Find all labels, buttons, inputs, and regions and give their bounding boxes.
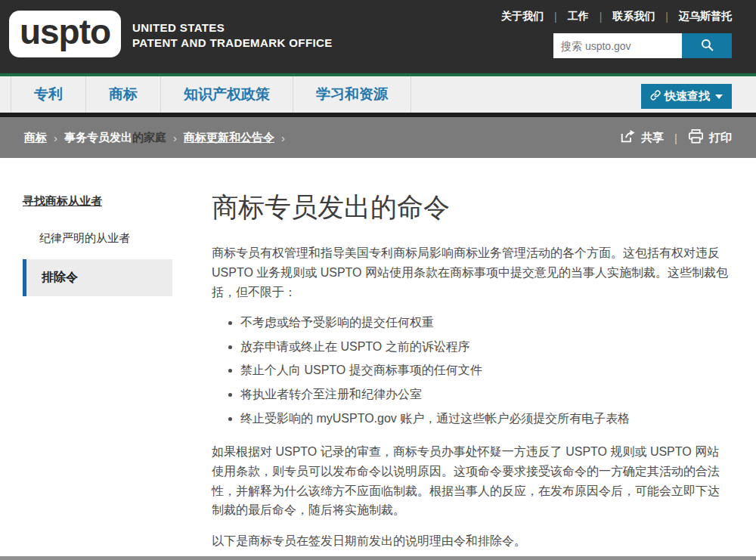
search-input[interactable] bbox=[553, 33, 682, 58]
breadcrumb-updates-announcements[interactable]: 商标更新和公告令 bbox=[184, 131, 274, 145]
utility-link-about[interactable]: 关于我们 bbox=[501, 10, 544, 23]
footer-strip bbox=[0, 556, 756, 560]
breadcrumb-bar: 商标 › 事务专员发出的家庭 › 商标更新和公告令 › 共享 | bbox=[0, 117, 756, 158]
sidebar-item-disciplined-practitioners[interactable]: 纪律严明的从业者 bbox=[39, 231, 204, 246]
print-button[interactable]: 打印 bbox=[688, 129, 732, 146]
agency-line1: UNITED STATES bbox=[132, 20, 333, 36]
share-icon bbox=[620, 129, 636, 146]
sidebar: 寻找商标从业者 纪律严明的从业者 排除令 bbox=[0, 158, 204, 296]
nav-item-patents[interactable]: 专利 bbox=[11, 76, 86, 113]
utility-separator: | bbox=[600, 11, 603, 23]
list-item: 放弃申请或终止在 USPTO 之前的诉讼程序 bbox=[240, 338, 730, 357]
utility-link-jobs[interactable]: 工作 bbox=[568, 10, 589, 23]
utility-link-myuspto[interactable]: 迈乌斯普托 bbox=[679, 10, 732, 23]
link-icon bbox=[650, 90, 661, 103]
breadcrumb-text-light: 事务专员发出 bbox=[64, 131, 132, 144]
quick-find-label: 快速查找 bbox=[665, 89, 710, 104]
search-icon bbox=[700, 38, 714, 54]
breadcrumb-trademarks[interactable]: 商标 bbox=[24, 131, 47, 145]
nav-item-learning-resources[interactable]: 学习和资源 bbox=[293, 76, 411, 113]
main-area: 寻找商标从业者 纪律严明的从业者 排除令 商标专员发出的命令 商标专员有权管理和… bbox=[0, 158, 756, 560]
search-button[interactable] bbox=[682, 33, 732, 58]
list-item: 不考虑或给予受影响的提交任何权重 bbox=[240, 314, 730, 333]
intro-paragraph: 商标专员有权管理和指导美国专利商标局影响商标业务管理活动的各个方面。这包括有权对… bbox=[212, 243, 730, 302]
breadcrumb-separator: › bbox=[54, 131, 57, 144]
share-label: 共享 bbox=[641, 131, 664, 145]
list-item: 将执业者转介至注册和纪律办公室 bbox=[240, 385, 730, 404]
primary-nav: 专利 商标 知识产权政策 学习和资源 快速查找 bbox=[0, 76, 756, 117]
sidebar-item-find-practitioner[interactable]: 寻找商标从业者 bbox=[23, 194, 204, 209]
uspto-logo-text: uspto bbox=[20, 14, 110, 54]
print-icon bbox=[688, 129, 704, 146]
uspto-logo[interactable]: uspto bbox=[9, 11, 121, 57]
actions-separator: | bbox=[674, 131, 677, 144]
print-label: 打印 bbox=[709, 131, 732, 145]
page: uspto UNITED STATES PATENT AND TRADEMARK… bbox=[0, 0, 756, 560]
site-search bbox=[553, 33, 732, 58]
quick-find-button[interactable]: 快速查找 bbox=[641, 84, 732, 109]
agency-line2: PATENT AND TRADEMARK OFFICE bbox=[132, 36, 333, 51]
list-item: 终止受影响的 myUSPTO.gov 账户，通过这些帐户必须提交所有电子表格 bbox=[240, 410, 730, 429]
utility-separator: | bbox=[665, 11, 668, 23]
site-header: uspto UNITED STATES PATENT AND TRADEMARK… bbox=[0, 0, 756, 73]
utility-nav: 关于我们 | 工作 | 联系我们 | 迈乌斯普托 bbox=[501, 10, 732, 23]
breadcrumb: 商标 › 事务专员发出的家庭 › 商标更新和公告令 › bbox=[24, 131, 285, 145]
nav-item-ip-policy[interactable]: 知识产权政策 bbox=[161, 76, 293, 113]
nav-item-trademarks[interactable]: 商标 bbox=[86, 76, 161, 113]
breadcrumb-separator: › bbox=[173, 131, 177, 144]
chevron-down-icon bbox=[715, 94, 723, 99]
share-button[interactable]: 共享 bbox=[620, 129, 664, 146]
page-actions: 共享 | 打印 bbox=[620, 129, 732, 146]
agency-name: UNITED STATES PATENT AND TRADEMARK OFFIC… bbox=[132, 20, 333, 50]
show-cause-paragraph: 如果根据对 USPTO 记录的审查，商标专员办事处怀疑一方违反了 USPTO 规… bbox=[212, 442, 730, 521]
sidebar-item-exclusion-orders-active[interactable]: 排除令 bbox=[23, 259, 172, 296]
utility-link-contact[interactable]: 联系我们 bbox=[612, 10, 655, 23]
breadcrumb-commissioner-orders[interactable]: 事务专员发出的家庭 bbox=[64, 131, 166, 145]
breadcrumb-separator: › bbox=[281, 131, 285, 144]
breadcrumb-text-dark: 的家庭 bbox=[132, 131, 166, 144]
page-content: 商标专员发出的命令 商标专员有权管理和指导美国专利商标局影响商标业务管理活动的各… bbox=[204, 158, 756, 560]
list-item: 禁止个人向 USPTO 提交商标事项的任何文件 bbox=[240, 361, 730, 380]
sanctions-list: 不考虑或给予受影响的提交任何权重 放弃申请或终止在 USPTO 之前的诉讼程序 … bbox=[212, 314, 730, 429]
page-title: 商标专员发出的命令 bbox=[212, 190, 730, 225]
orders-list-paragraph: 以下是商标专员在签发日期前发出的说明理由令和排除令。 bbox=[212, 531, 730, 551]
utility-separator: | bbox=[554, 11, 557, 23]
